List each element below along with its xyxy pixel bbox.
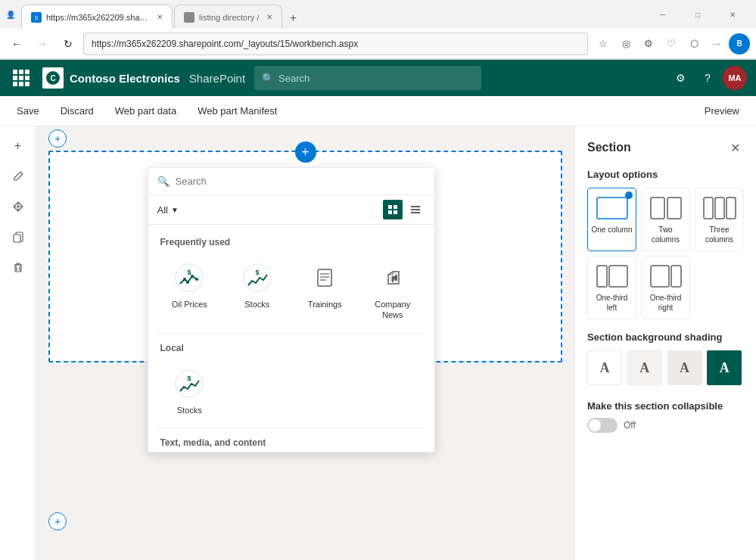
shading-white[interactable]: A (587, 350, 622, 385)
settings-button[interactable]: ⚙ (668, 66, 692, 90)
waffle-icon (13, 70, 30, 86)
panel-close-button[interactable]: ✕ (726, 138, 744, 157)
picker-item-stocks[interactable]: $ Stocks (225, 254, 290, 327)
active-tab-close[interactable]: ✕ (157, 13, 163, 21)
inactive-tab-close[interactable]: ✕ (266, 13, 272, 21)
sp-header-right: ⚙ ? MA (668, 66, 747, 90)
add-section-bottom[interactable]: + (48, 512, 67, 530)
svg-point-18 (195, 278, 198, 281)
svg-rect-37 (609, 266, 627, 287)
add-section-top[interactable]: + (48, 129, 67, 148)
waffle-menu[interactable] (9, 66, 33, 90)
filter-chevron-icon: ▼ (171, 206, 179, 214)
picker-item-trainings[interactable]: Trainings (293, 254, 358, 327)
picker-item-oil-prices[interactable]: $ Oil Prices (157, 254, 222, 327)
inactive-tab-favicon (184, 12, 194, 23)
picker-divider-2 (157, 428, 425, 428)
layout-three-columns[interactable]: Three columns (695, 188, 744, 251)
picker-item-local-stocks[interactable]: $ Stocks (157, 359, 222, 422)
one-third-left-icon (594, 263, 630, 290)
picker-search-icon: 🔍 (157, 176, 170, 187)
layout-two-columns[interactable]: Two columns (641, 188, 690, 251)
layout-grid: One column Two columns Three columns (587, 188, 744, 319)
sp-search-box[interactable]: 🔍 Search (254, 66, 481, 90)
list-view-button[interactable] (406, 200, 425, 219)
delete-button[interactable] (5, 254, 32, 281)
shading-dark[interactable]: A (707, 350, 742, 385)
inactive-tab[interactable]: listing directory / ✕ (174, 5, 282, 29)
active-tab[interactable]: S https://m365x262209.sharepoi... ✕ (21, 5, 173, 29)
right-panel: Section ✕ Layout options One column Two … (574, 126, 756, 560)
svg-rect-11 (411, 209, 420, 210)
back-button[interactable]: ← (6, 33, 27, 54)
layout-label: Layout options (587, 169, 744, 180)
save-button[interactable]: Save (12, 102, 44, 120)
collapsible-toggle[interactable] (587, 418, 618, 433)
bookmark-icon[interactable]: ☆ (593, 33, 614, 54)
svg-text:$: $ (255, 269, 259, 276)
sp-search-placeholder: Search (278, 73, 310, 84)
forward-button[interactable]: → (32, 33, 53, 54)
layout-one-third-right[interactable]: One-third right (641, 256, 690, 319)
extension-icon[interactable]: ⚙ (638, 33, 659, 54)
user-icon[interactable]: 👤 (6, 10, 15, 19)
svg-rect-33 (704, 198, 713, 219)
picker-item-company-news[interactable]: Company News (360, 254, 425, 327)
shading-medium-gray[interactable]: A (667, 350, 702, 385)
profile-icon[interactable]: ◎ (615, 33, 636, 54)
new-tab-button[interactable]: + (282, 8, 303, 29)
web-part-data-button[interactable]: Web part data (110, 102, 181, 120)
web-part-manifest-button[interactable]: Web part Manifest (193, 102, 282, 120)
toggle-state-label: Off (624, 420, 636, 431)
collections-icon[interactable]: ⬡ (683, 33, 705, 54)
sp-app-name: SharePoint (189, 72, 245, 85)
layout-one-column[interactable]: One column (587, 188, 636, 251)
svg-rect-35 (726, 198, 736, 219)
sp-logo[interactable]: C Contoso Electronics (42, 67, 180, 89)
local-stocks-label: Stocks (177, 405, 202, 415)
edit-button[interactable] (5, 163, 32, 190)
discard-button[interactable]: Discard (56, 102, 98, 120)
browser-navbar: ← → ↻ https://m365x262209.sharepoint.com… (0, 29, 756, 59)
sp-site-title: Contoso Electronics (70, 72, 180, 85)
layout-one-third-left[interactable]: One-third left (587, 256, 636, 319)
favorites-icon[interactable]: ♡ (661, 33, 682, 54)
browser-chrome: 👤 S https://m365x262209.sharepoi... ✕ li… (0, 0, 756, 60)
picker-filter-all[interactable]: All ▼ (157, 204, 179, 216)
user-avatar[interactable]: MA (723, 66, 747, 90)
sp-toolbar: Save Discard Web part data Web part Mani… (0, 96, 756, 126)
more-icon[interactable]: ··· (706, 33, 727, 54)
collapsible-label: Make this section collapsible (587, 400, 744, 412)
filter-label: All (157, 204, 168, 216)
add-section-button[interactable]: + (5, 132, 32, 160)
move-button[interactable] (5, 193, 32, 220)
selected-indicator (625, 191, 633, 199)
address-bar[interactable]: https://m365x262209.sharepoint.com/_layo… (83, 33, 588, 55)
refresh-button[interactable]: ↻ (58, 33, 79, 54)
left-sidebar: + (0, 126, 36, 560)
grid-view-button[interactable] (383, 200, 403, 219)
svg-text:S: S (35, 15, 39, 20)
close-button[interactable]: ✕ (715, 0, 750, 29)
add-webpart-button[interactable]: + (295, 142, 316, 163)
one-third-right-icon (648, 263, 684, 290)
edge-avatar[interactable]: B (729, 33, 750, 54)
active-tab-label: https://m365x262209.sharepoi... (46, 13, 149, 22)
shading-light-gray[interactable]: A (627, 350, 662, 385)
shading-label: Section background shading (587, 331, 744, 343)
preview-button[interactable]: Preview (700, 102, 744, 120)
canvas-area: + + 🔍 All ▼ (36, 126, 574, 560)
svg-point-17 (191, 275, 194, 278)
picker-search-input[interactable] (176, 176, 425, 187)
svg-rect-32 (667, 198, 681, 219)
maximize-button[interactable]: □ (680, 0, 715, 29)
copy-button[interactable] (5, 223, 32, 250)
svg-point-15 (183, 278, 186, 281)
three-columns-label: Three columns (698, 225, 740, 244)
company-news-icon (375, 260, 411, 296)
help-button[interactable]: ? (695, 66, 720, 90)
svg-text:$: $ (188, 269, 191, 276)
svg-rect-9 (394, 210, 397, 214)
one-column-label: One column (592, 225, 633, 235)
minimize-button[interactable]: ─ (646, 0, 680, 29)
